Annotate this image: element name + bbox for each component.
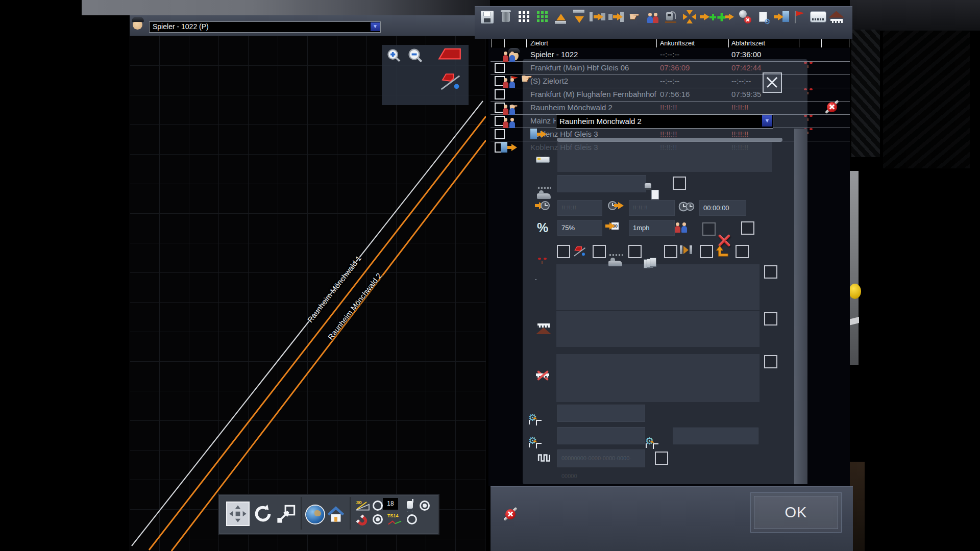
remove-driver-button[interactable]: [736, 8, 753, 26]
rotate-tool-button[interactable]: [253, 503, 273, 524]
secondary-name-field[interactable]: [673, 428, 758, 444]
performance-field[interactable]: 75%: [557, 220, 602, 236]
row-checkbox[interactable]: [495, 89, 505, 99]
document-gear-icon: ⚙: [759, 12, 767, 22]
grid-large-button[interactable]: [534, 8, 551, 26]
alarm-option-checkbox[interactable]: [557, 245, 570, 258]
loco-option-checkbox[interactable]: [628, 245, 642, 258]
fuel-pump-icon: [666, 11, 676, 23]
waveform-icon: [537, 452, 552, 463]
dialog-close-button[interactable]: [763, 72, 782, 93]
globe-world-button[interactable]: [306, 506, 324, 523]
map-zoom-widget: [382, 45, 469, 105]
arrival-time-field[interactable]: !!:!!:!!: [557, 200, 602, 216]
consist-checkbox[interactable]: [673, 177, 686, 190]
instructions-checkbox[interactable]: [764, 265, 777, 279]
bg-scene-top-right: [850, 0, 980, 31]
destination-dropdown[interactable]: Raunheim Mönchwald 2 ▼: [556, 114, 773, 129]
timetable-header: Zielort Ankunftszeit Abfahrtszeit: [491, 39, 850, 48]
add-stop-button[interactable]: [718, 8, 734, 26]
gradient-radio[interactable]: [373, 500, 383, 511]
portal-arrow-icon: [774, 11, 789, 23]
select-hand-button[interactable]: ☛: [626, 8, 643, 26]
chevron-down-icon[interactable]: ▼: [371, 22, 380, 31]
depot-button[interactable]: [828, 8, 845, 26]
guid-field[interactable]: 00000000-0000-0000-0000-00000: [557, 449, 645, 467]
passengers-icon: [647, 11, 659, 23]
ok-button[interactable]: OK: [750, 492, 842, 533]
pan-tool-button[interactable]: [227, 503, 249, 525]
zoom-out-icon[interactable]: [407, 47, 424, 64]
skip-stop-checkbox[interactable]: [700, 245, 713, 258]
keyboard-entry-button[interactable]: [810, 8, 826, 26]
description-box[interactable]: [557, 142, 772, 172]
depot-checkbox[interactable]: [764, 312, 777, 325]
orange-arrow-icon: [700, 13, 709, 20]
guid-checkbox[interactable]: [655, 452, 668, 465]
insert-before-button[interactable]: [607, 8, 624, 26]
tray-shape: [573, 10, 584, 13]
marker-option-checkbox[interactable]: [593, 245, 606, 258]
no-platform-checkbox[interactable]: [764, 355, 777, 368]
magnet-snap-icon[interactable]: [352, 511, 372, 530]
marker-line-tool-icon[interactable]: [439, 69, 462, 93]
ts14-radio[interactable]: [407, 514, 417, 524]
zoom-level-display: 18: [383, 498, 398, 510]
delete-button[interactable]: [497, 8, 514, 26]
move-up-button[interactable]: [552, 8, 569, 26]
orange-arrow-icon: [613, 13, 620, 20]
service-name-field[interactable]: [557, 427, 645, 444]
dropdown-track: [557, 138, 782, 142]
divider: [350, 497, 351, 530]
consist-selector-value: Spieler - 1022 (P): [153, 22, 209, 32]
home-button[interactable]: [327, 506, 345, 524]
percent-icon: %: [537, 221, 548, 234]
gradient-display-icon[interactable]: 30: [355, 499, 371, 511]
ts14-label: TS14: [387, 513, 405, 518]
passengers-button[interactable]: [644, 8, 661, 26]
red-flag-icon: [794, 11, 805, 23]
route-map[interactable]: Raunheim Mönchwald 1 Raunheim Mönchwald …: [130, 36, 486, 551]
marker-tool-icon[interactable]: [438, 47, 461, 60]
zoom-in-icon[interactable]: [386, 47, 402, 64]
flag-destination-button[interactable]: [791, 8, 808, 26]
go-to-portal-button[interactable]: [773, 8, 790, 26]
reverse-checkbox[interactable]: [736, 245, 749, 258]
down-arrow-icon: [575, 16, 584, 23]
save-button[interactable]: [479, 8, 496, 26]
controller-radio[interactable]: [420, 500, 430, 511]
globe-continent: [314, 510, 321, 516]
refuel-button[interactable]: [663, 8, 679, 26]
speed-field[interactable]: 1mph: [629, 220, 675, 236]
skip-stop-icon: [680, 245, 692, 254]
add-service-button[interactable]: [699, 8, 716, 26]
departure-time-icon: [608, 201, 622, 210]
move-down-button[interactable]: [571, 8, 587, 26]
column-header-zielort: Zielort: [530, 39, 548, 48]
service-properties-button[interactable]: ⚙: [754, 8, 771, 26]
reverse-uturn-icon: [715, 243, 730, 258]
grid-small-button[interactable]: [516, 8, 532, 26]
chevron-down-icon[interactable]: ▼: [762, 115, 772, 127]
departure-time-field[interactable]: !!:!!:!!: [629, 200, 675, 216]
dialog-scrollbar[interactable]: [794, 129, 807, 484]
consist-name-field[interactable]: [557, 175, 646, 192]
wait-time-field[interactable]: 00:00:00: [699, 200, 746, 216]
insert-after-button[interactable]: [589, 8, 606, 26]
display-name-field[interactable]: [557, 405, 645, 422]
consolidate-button[interactable]: [681, 8, 698, 26]
passengers-checkbox[interactable]: [702, 222, 716, 236]
jump-to-tool-button[interactable]: [276, 504, 296, 524]
no-platform-list-box[interactable]: [556, 354, 760, 402]
speed-limit-icon: 30: [605, 222, 619, 230]
svg-text:30: 30: [356, 499, 362, 505]
tray-shape: [555, 21, 566, 24]
row-checkbox[interactable]: [495, 63, 505, 73]
magnet-radio[interactable]: [373, 514, 383, 524]
papers-option-checkbox[interactable]: [664, 245, 677, 258]
row-checkbox[interactable]: [495, 129, 505, 139]
depot-list-box[interactable]: [556, 311, 760, 347]
instructions-list-box[interactable]: [556, 264, 760, 310]
consist-selector-dropdown[interactable]: Spieler - 1022 (P) ▼: [149, 21, 381, 33]
cancel-checkbox[interactable]: [741, 221, 754, 235]
